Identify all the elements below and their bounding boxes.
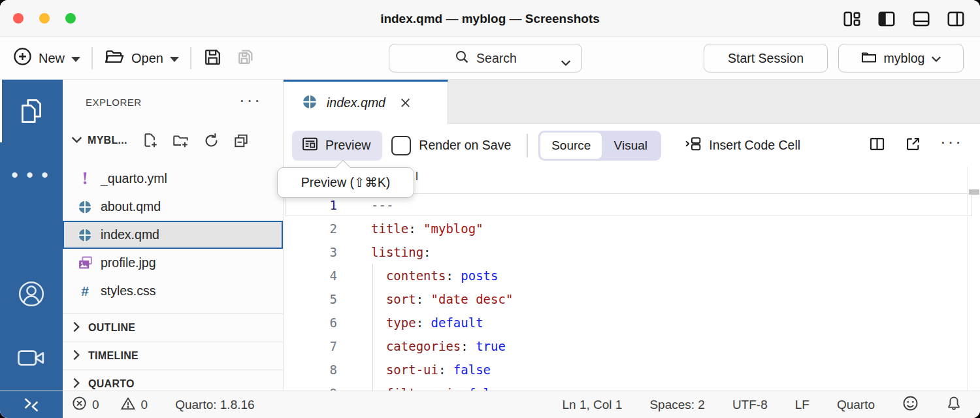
file-row-styles.css[interactable]: #styles.css (63, 277, 283, 305)
sidebar-section-timeline[interactable]: TIMELINE (63, 342, 283, 370)
split-editor-icon[interactable] (868, 135, 886, 155)
app-window: index.qmd — myblog — Screenshots New Ope… (0, 0, 980, 418)
toggle-right-panel-icon[interactable] (946, 9, 966, 29)
section-label: TIMELINE (88, 350, 139, 362)
file-row-about.qmd[interactable]: about.qmd (63, 193, 283, 221)
render-on-save-checkbox[interactable] (391, 136, 411, 155)
visual-mode-button[interactable]: Visual (602, 133, 659, 159)
code-line-5[interactable]: 5 sort: "date desc" (284, 287, 980, 311)
render-on-save-label: Render on Save (419, 138, 511, 153)
line-number: 6 (284, 311, 337, 334)
open-button[interactable]: Open (104, 47, 179, 70)
file-list: !_quarto.ymlabout.qmdindex.qmdprofile.jp… (63, 165, 283, 305)
toolbar-separator (527, 134, 528, 157)
line-content: title: "myblog" (371, 221, 483, 236)
dropdown-caret-icon (170, 57, 179, 62)
code-editor[interactable]: 1---2title: "myblog"3listing:4 contents:… (284, 167, 980, 391)
tab-index-qmd[interactable]: index.qmd (284, 80, 448, 124)
line-number: 4 (284, 264, 337, 287)
preview-button[interactable]: Preview (292, 131, 382, 161)
title-bar: index.qmd — myblog — Screenshots (0, 0, 980, 37)
account-icon[interactable] (0, 263, 63, 325)
line-number: 7 (284, 334, 337, 358)
explorer-title: EXPLORER (86, 97, 142, 108)
toolbar-separator (190, 47, 191, 69)
cursor-position[interactable]: Ln 1, Col 1 (562, 398, 622, 412)
section-label: QUARTO (88, 378, 135, 390)
quarto-version[interactable]: Quarto: 1.8.16 (175, 398, 254, 412)
warning-icon (120, 396, 136, 414)
new-folder-icon[interactable] (172, 132, 190, 149)
feedback-smiley-icon[interactable] (902, 395, 919, 415)
start-session-button[interactable]: Start Session (704, 44, 828, 72)
file-row-_quarto.yml[interactable]: !_quarto.yml (63, 165, 283, 193)
editor-toolbar: Preview Render on Save Source Visual Ins… (284, 124, 980, 167)
insert-code-cell-icon (685, 135, 702, 155)
file-row-index.qmd[interactable]: index.qmd (63, 221, 283, 249)
problems-indicator[interactable]: 0 0 (72, 396, 148, 414)
file-name: profile.jpg (101, 255, 156, 270)
explorer-view-icon[interactable] (0, 80, 63, 142)
file-name: _quarto.yml (101, 171, 167, 186)
editor-scrollbar[interactable] (967, 167, 980, 391)
more-views-icon[interactable]: • • • (0, 144, 63, 206)
search-icon (454, 49, 470, 68)
quarto-file-icon (302, 94, 318, 112)
toggle-left-panel-icon[interactable] (877, 9, 896, 29)
refresh-icon[interactable] (203, 133, 220, 149)
search-input[interactable]: Search (389, 44, 582, 72)
quarto-icon (75, 200, 95, 214)
preview-icon (301, 135, 319, 156)
toolbar-separator (91, 47, 93, 69)
open-external-icon[interactable] (904, 135, 922, 155)
toggle-bottom-panel-icon[interactable] (911, 9, 931, 29)
file-name: about.qmd (101, 199, 161, 214)
line-content: categories: true (371, 339, 506, 353)
source-visual-toggle: Source Visual (538, 131, 661, 161)
yaml-warning-icon: ! (75, 169, 95, 188)
workspace-selector[interactable]: myblog (838, 44, 964, 72)
customize-layout-icon[interactable] (842, 9, 862, 29)
source-mode-button[interactable]: Source (540, 133, 602, 159)
scrollbar-thumb[interactable] (969, 189, 979, 195)
insert-code-cell-button[interactable]: Insert Code Cell (685, 135, 800, 155)
tooltip-text: Preview (⇧⌘K) (301, 175, 391, 190)
code-line-4[interactable]: 4 contents: posts (284, 264, 980, 287)
remote-indicator[interactable] (0, 391, 63, 418)
new-button[interactable]: New (13, 47, 80, 69)
new-file-icon[interactable] (142, 132, 159, 149)
indentation[interactable]: Spaces: 2 (649, 398, 705, 412)
workspace-section-header[interactable]: MYBL... (63, 129, 283, 152)
close-tab-icon[interactable] (399, 96, 412, 110)
css-hash-icon: # (75, 283, 95, 299)
file-row-profile.jpg[interactable]: profile.jpg (63, 249, 283, 277)
remote-icon (22, 396, 41, 414)
code-line-3[interactable]: 3listing: (284, 240, 980, 264)
code-line-7[interactable]: 7 categories: true (284, 334, 980, 358)
collapse-all-icon[interactable] (233, 132, 250, 149)
editor-area: index.qmd Preview Render on Save Source … (284, 80, 980, 391)
explorer-sidebar: EXPLORER ··· MYBL... !_quarto.ymlabout.q… (63, 80, 284, 391)
window-title: index.qmd — myblog — Screenshots (0, 0, 980, 37)
save-icon[interactable] (203, 47, 223, 70)
eol-type[interactable]: LF (795, 398, 809, 412)
line-number: 8 (284, 358, 337, 381)
notifications-bell-icon[interactable] (946, 395, 962, 415)
folder-icon (860, 49, 877, 68)
editor-more-actions-icon[interactable]: ··· (940, 132, 963, 152)
code-line-8[interactable]: 8 sort-ui: false (284, 358, 980, 381)
code-line-9[interactable]: 9 filter-ui: false (284, 381, 980, 391)
code-line-6[interactable]: 6 type: default (284, 311, 980, 334)
code-line-2[interactable]: 2title: "myblog" (284, 217, 980, 240)
video-camera-icon[interactable] (0, 327, 63, 389)
line-content: type: default (371, 315, 483, 330)
encoding[interactable]: UTF-8 (732, 398, 768, 412)
explorer-more-actions-icon[interactable]: ··· (239, 90, 262, 110)
search-label: Search (476, 51, 517, 66)
sidebar-section-outline[interactable]: OUTLINE (63, 314, 283, 342)
save-all-icon[interactable] (234, 47, 255, 70)
line-content: filter-ui: false (371, 386, 506, 391)
file-name: styles.css (101, 283, 156, 298)
chevron-down-icon (561, 55, 571, 70)
language-mode[interactable]: Quarto (837, 398, 875, 412)
